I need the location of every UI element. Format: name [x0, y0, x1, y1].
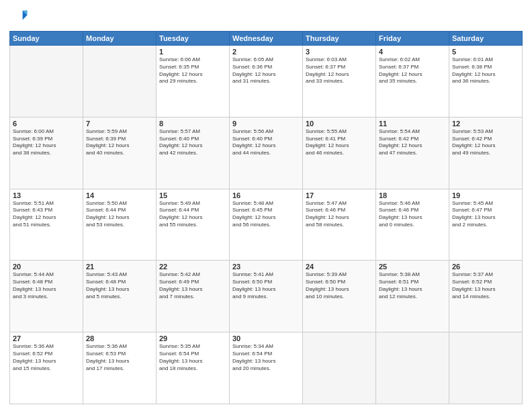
page: SundayMondayTuesdayWednesdayThursdayFrid…	[0, 0, 532, 411]
calendar-cell: 28Sunrise: 5:36 AM Sunset: 6:53 PM Dayli…	[83, 332, 157, 404]
day-number: 13	[13, 191, 80, 199]
day-number: 22	[159, 263, 226, 271]
calendar-cell: 7Sunrise: 5:59 AM Sunset: 6:39 PM Daylig…	[83, 117, 157, 189]
day-info: Sunrise: 5:44 AM Sunset: 6:48 PM Dayligh…	[13, 271, 80, 300]
calendar-cell: 8Sunrise: 5:57 AM Sunset: 6:40 PM Daylig…	[157, 117, 230, 189]
day-number: 8	[159, 120, 226, 128]
logo	[9, 7, 31, 26]
calendar-table: SundayMondayTuesdayWednesdayThursdayFrid…	[9, 31, 523, 404]
calendar-cell: 14Sunrise: 5:50 AM Sunset: 6:44 PM Dayli…	[83, 189, 157, 261]
calendar-cell: 26Sunrise: 5:37 AM Sunset: 6:52 PM Dayli…	[449, 261, 523, 332]
day-number: 5	[452, 48, 519, 56]
calendar-cell: 13Sunrise: 5:51 AM Sunset: 6:43 PM Dayli…	[10, 189, 83, 261]
day-info: Sunrise: 5:56 AM Sunset: 6:40 PM Dayligh…	[232, 128, 300, 157]
day-info: Sunrise: 6:05 AM Sunset: 6:36 PM Dayligh…	[232, 56, 300, 85]
calendar-cell: 30Sunrise: 5:34 AM Sunset: 6:54 PM Dayli…	[230, 332, 303, 404]
day-info: Sunrise: 5:51 AM Sunset: 6:43 PM Dayligh…	[13, 200, 80, 229]
calendar-cell: 29Sunrise: 5:35 AM Sunset: 6:54 PM Dayli…	[157, 332, 230, 404]
day-info: Sunrise: 6:06 AM Sunset: 6:35 PM Dayligh…	[159, 56, 226, 85]
calendar-cell: 4Sunrise: 6:02 AM Sunset: 6:37 PM Daylig…	[376, 46, 449, 118]
day-info: Sunrise: 5:50 AM Sunset: 6:44 PM Dayligh…	[86, 200, 153, 229]
day-info: Sunrise: 5:49 AM Sunset: 6:44 PM Dayligh…	[159, 200, 226, 229]
calendar-cell	[303, 332, 376, 404]
calendar-cell: 21Sunrise: 5:43 AM Sunset: 6:48 PM Dayli…	[83, 261, 157, 332]
day-info: Sunrise: 5:57 AM Sunset: 6:40 PM Dayligh…	[159, 128, 226, 157]
calendar-cell: 18Sunrise: 5:46 AM Sunset: 6:46 PM Dayli…	[376, 189, 449, 261]
day-number: 14	[86, 191, 153, 199]
calendar-cell: 15Sunrise: 5:49 AM Sunset: 6:44 PM Dayli…	[157, 189, 230, 261]
day-info: Sunrise: 6:03 AM Sunset: 6:37 PM Dayligh…	[306, 56, 373, 85]
day-info: Sunrise: 6:02 AM Sunset: 6:37 PM Dayligh…	[379, 56, 446, 85]
calendar-cell: 6Sunrise: 6:00 AM Sunset: 6:39 PM Daylig…	[10, 117, 83, 189]
weekday-header-row: SundayMondayTuesdayWednesdayThursdayFrid…	[10, 32, 523, 46]
day-number: 27	[13, 334, 80, 342]
week-row-3: 13Sunrise: 5:51 AM Sunset: 6:43 PM Dayli…	[10, 189, 523, 261]
day-number: 6	[13, 120, 80, 128]
calendar-cell	[449, 332, 523, 404]
header	[9, 7, 523, 26]
calendar-cell: 2Sunrise: 6:05 AM Sunset: 6:36 PM Daylig…	[230, 46, 303, 118]
day-info: Sunrise: 5:41 AM Sunset: 6:50 PM Dayligh…	[232, 271, 300, 300]
calendar-cell: 12Sunrise: 5:53 AM Sunset: 6:42 PM Dayli…	[449, 117, 523, 189]
logo-icon	[9, 7, 28, 26]
day-number: 3	[306, 48, 373, 56]
day-number: 30	[232, 334, 300, 342]
week-row-5: 27Sunrise: 5:36 AM Sunset: 6:52 PM Dayli…	[10, 332, 523, 404]
day-info: Sunrise: 5:59 AM Sunset: 6:39 PM Dayligh…	[86, 128, 153, 157]
day-number: 4	[379, 48, 446, 56]
calendar-cell: 23Sunrise: 5:41 AM Sunset: 6:50 PM Dayli…	[230, 261, 303, 332]
day-number: 1	[159, 48, 226, 56]
day-info: Sunrise: 5:43 AM Sunset: 6:48 PM Dayligh…	[86, 271, 153, 300]
day-number: 24	[306, 263, 373, 271]
day-number: 29	[159, 334, 226, 342]
calendar-cell: 16Sunrise: 5:48 AM Sunset: 6:45 PM Dayli…	[230, 189, 303, 261]
day-info: Sunrise: 5:55 AM Sunset: 6:41 PM Dayligh…	[306, 128, 373, 157]
day-number: 9	[232, 120, 300, 128]
day-number: 25	[379, 263, 446, 271]
day-number: 16	[232, 191, 300, 199]
calendar-cell: 19Sunrise: 5:45 AM Sunset: 6:47 PM Dayli…	[449, 189, 523, 261]
calendar-cell: 20Sunrise: 5:44 AM Sunset: 6:48 PM Dayli…	[10, 261, 83, 332]
calendar-cell	[376, 332, 449, 404]
day-info: Sunrise: 5:42 AM Sunset: 6:49 PM Dayligh…	[159, 271, 226, 300]
day-number: 2	[232, 48, 300, 56]
day-number: 17	[306, 191, 373, 199]
calendar-cell: 11Sunrise: 5:54 AM Sunset: 6:42 PM Dayli…	[376, 117, 449, 189]
calendar-cell: 10Sunrise: 5:55 AM Sunset: 6:41 PM Dayli…	[303, 117, 376, 189]
day-info: Sunrise: 6:01 AM Sunset: 6:38 PM Dayligh…	[452, 56, 519, 85]
calendar-cell: 24Sunrise: 5:39 AM Sunset: 6:50 PM Dayli…	[303, 261, 376, 332]
day-info: Sunrise: 5:53 AM Sunset: 6:42 PM Dayligh…	[452, 128, 519, 157]
day-info: Sunrise: 5:38 AM Sunset: 6:51 PM Dayligh…	[379, 271, 446, 300]
weekday-header-thursday: Thursday	[303, 32, 376, 46]
day-info: Sunrise: 5:48 AM Sunset: 6:45 PM Dayligh…	[232, 200, 300, 229]
calendar-cell: 17Sunrise: 5:47 AM Sunset: 6:46 PM Dayli…	[303, 189, 376, 261]
day-info: Sunrise: 5:47 AM Sunset: 6:46 PM Dayligh…	[306, 200, 373, 229]
day-number: 28	[86, 334, 153, 342]
day-number: 10	[306, 120, 373, 128]
week-row-4: 20Sunrise: 5:44 AM Sunset: 6:48 PM Dayli…	[10, 261, 523, 332]
calendar-cell: 22Sunrise: 5:42 AM Sunset: 6:49 PM Dayli…	[157, 261, 230, 332]
calendar-cell: 9Sunrise: 5:56 AM Sunset: 6:40 PM Daylig…	[230, 117, 303, 189]
weekday-header-monday: Monday	[83, 32, 157, 46]
day-number: 7	[86, 120, 153, 128]
weekday-header-wednesday: Wednesday	[230, 32, 303, 46]
calendar-cell: 5Sunrise: 6:01 AM Sunset: 6:38 PM Daylig…	[449, 46, 523, 118]
day-info: Sunrise: 5:54 AM Sunset: 6:42 PM Dayligh…	[379, 128, 446, 157]
day-number: 12	[452, 120, 519, 128]
day-info: Sunrise: 6:00 AM Sunset: 6:39 PM Dayligh…	[13, 128, 80, 157]
day-number: 23	[232, 263, 300, 271]
day-number: 20	[13, 263, 80, 271]
day-number: 26	[452, 263, 519, 271]
day-info: Sunrise: 5:34 AM Sunset: 6:54 PM Dayligh…	[232, 343, 300, 372]
calendar-cell: 3Sunrise: 6:03 AM Sunset: 6:37 PM Daylig…	[303, 46, 376, 118]
day-number: 19	[452, 191, 519, 199]
day-info: Sunrise: 5:36 AM Sunset: 6:53 PM Dayligh…	[86, 343, 153, 372]
week-row-2: 6Sunrise: 6:00 AM Sunset: 6:39 PM Daylig…	[10, 117, 523, 189]
calendar-cell: 27Sunrise: 5:36 AM Sunset: 6:52 PM Dayli…	[10, 332, 83, 404]
day-info: Sunrise: 5:35 AM Sunset: 6:54 PM Dayligh…	[159, 343, 226, 372]
weekday-header-tuesday: Tuesday	[157, 32, 230, 46]
weekday-header-friday: Friday	[376, 32, 449, 46]
day-info: Sunrise: 5:36 AM Sunset: 6:52 PM Dayligh…	[13, 343, 80, 372]
day-number: 15	[159, 191, 226, 199]
day-number: 21	[86, 263, 153, 271]
